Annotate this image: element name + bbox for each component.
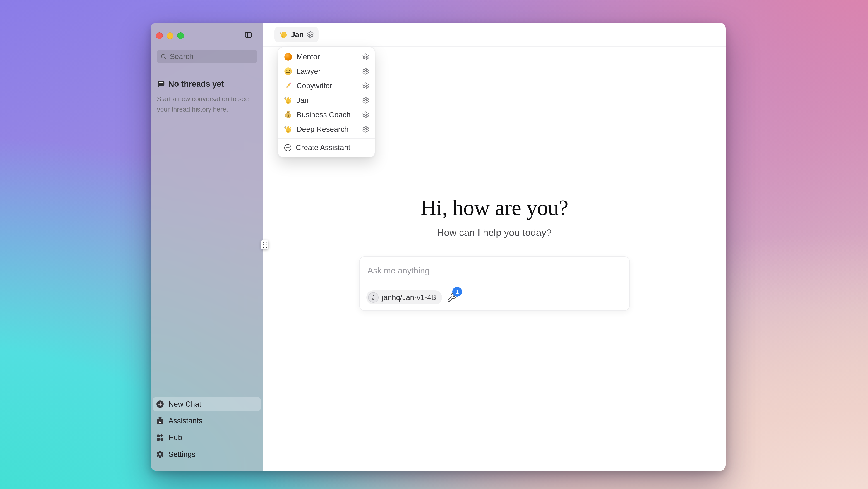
- search-icon: [160, 53, 167, 60]
- gear-icon[interactable]: [362, 126, 369, 133]
- nav-item-label: New Chat: [168, 400, 201, 408]
- menu-item-label: Copywriter: [297, 82, 358, 90]
- sidebar: No threads yet Start a new conversation …: [151, 23, 263, 471]
- plus-circle-icon: [156, 400, 164, 408]
- search-input[interactable]: [170, 52, 254, 61]
- assistant-settings-gear-icon[interactable]: [307, 31, 314, 38]
- sidebar-item-assistants[interactable]: Assistants: [153, 414, 261, 428]
- sidebar-resize-handle[interactable]: [261, 240, 268, 249]
- gear-icon: [156, 450, 164, 459]
- waving-hand-emoji-icon: [284, 125, 293, 134]
- desktop-background: No threads yet Start a new conversation …: [0, 0, 868, 489]
- menu-item-deep-research[interactable]: Deep Research: [278, 122, 375, 136]
- menu-item-business-coach[interactable]: Business Coach: [278, 108, 375, 122]
- composer-toolbar: J janhq/Jan-v1-4B 1: [366, 291, 457, 305]
- sidebar-bottom-nav: New Chat Assistants Hub Settings: [153, 397, 261, 461]
- gear-icon[interactable]: [362, 111, 369, 118]
- minimize-window-button[interactable]: [167, 32, 174, 39]
- menu-item-lawyer[interactable]: Lawyer: [278, 64, 375, 79]
- tools-button[interactable]: 1: [447, 292, 457, 303]
- app-window: No threads yet Start a new conversation …: [151, 23, 725, 471]
- gear-icon[interactable]: [362, 53, 369, 60]
- money-bag-emoji-icon: [284, 110, 293, 119]
- orange-circle-emoji-icon: [284, 52, 293, 61]
- waving-hand-emoji-icon: [284, 96, 293, 105]
- menu-item-mentor[interactable]: Mentor: [278, 50, 375, 64]
- threads-empty-state: No threads yet Start a new conversation …: [157, 79, 257, 115]
- close-window-button[interactable]: [156, 32, 163, 39]
- chat-input-card[interactable]: Ask me anything... J janhq/Jan-v1-4B 1: [359, 256, 630, 311]
- nav-item-label: Hub: [168, 433, 182, 442]
- menu-divider: [278, 138, 375, 139]
- sidebar-item-hub[interactable]: Hub: [153, 431, 261, 445]
- menu-item-copywriter[interactable]: Copywriter: [278, 79, 375, 93]
- robot-icon: [156, 417, 164, 425]
- menu-item-label: Jan: [297, 96, 358, 104]
- menu-item-label: Deep Research: [297, 125, 358, 133]
- menu-item-label: Business Coach: [297, 111, 358, 119]
- search-box[interactable]: [157, 50, 257, 63]
- message-bubble-icon: [157, 80, 165, 88]
- hero-title: Hi, how are you?: [263, 195, 725, 220]
- sidebar-panel-icon: [244, 31, 252, 39]
- menu-item-jan[interactable]: Jan: [278, 93, 375, 108]
- gear-icon[interactable]: [362, 97, 369, 104]
- pencil-emoji-icon: [284, 81, 293, 90]
- empty-state-title: No threads yet: [168, 79, 224, 89]
- empty-state-subtitle: Start a new conversation to see your thr…: [157, 94, 257, 115]
- create-assistant-label: Create Assistant: [296, 143, 350, 152]
- window-controls: [156, 32, 184, 39]
- zoom-window-button[interactable]: [177, 32, 184, 39]
- waving-hand-emoji-icon: [279, 30, 288, 39]
- toggle-sidebar-button[interactable]: [244, 31, 252, 39]
- menu-item-label: Lawyer: [297, 67, 358, 75]
- model-name: janhq/Jan-v1-4B: [382, 293, 436, 302]
- assistant-dropdown-menu: Mentor Lawyer Copywriter Jan: [278, 47, 375, 157]
- sidebar-item-new-chat[interactable]: New Chat: [153, 397, 261, 411]
- main-header: Jan: [263, 23, 725, 47]
- zipper-face-emoji-icon: [284, 67, 293, 76]
- assistant-selector-button[interactable]: Jan: [274, 27, 318, 42]
- nav-item-label: Assistants: [168, 417, 203, 425]
- gear-icon[interactable]: [362, 68, 369, 75]
- create-assistant-button[interactable]: Create Assistant: [278, 140, 375, 155]
- model-avatar: J: [368, 292, 378, 303]
- welcome-hero: Hi, how are you? How can I help you toda…: [263, 195, 725, 238]
- nav-item-label: Settings: [168, 450, 195, 459]
- model-selector-button[interactable]: J janhq/Jan-v1-4B: [366, 291, 442, 305]
- current-assistant-name: Jan: [291, 30, 304, 39]
- plus-circle-icon: [284, 144, 292, 152]
- main-panel: Jan Mentor Lawyer Copywriter: [263, 23, 725, 471]
- grid-plus-icon: [156, 433, 164, 442]
- menu-item-label: Mentor: [297, 53, 358, 61]
- gear-icon[interactable]: [362, 82, 369, 89]
- tools-count-badge: 1: [452, 287, 462, 297]
- sidebar-item-settings[interactable]: Settings: [153, 447, 261, 461]
- chat-input-placeholder: Ask me anything...: [368, 266, 436, 276]
- hero-subtitle: How can I help you today?: [263, 227, 725, 238]
